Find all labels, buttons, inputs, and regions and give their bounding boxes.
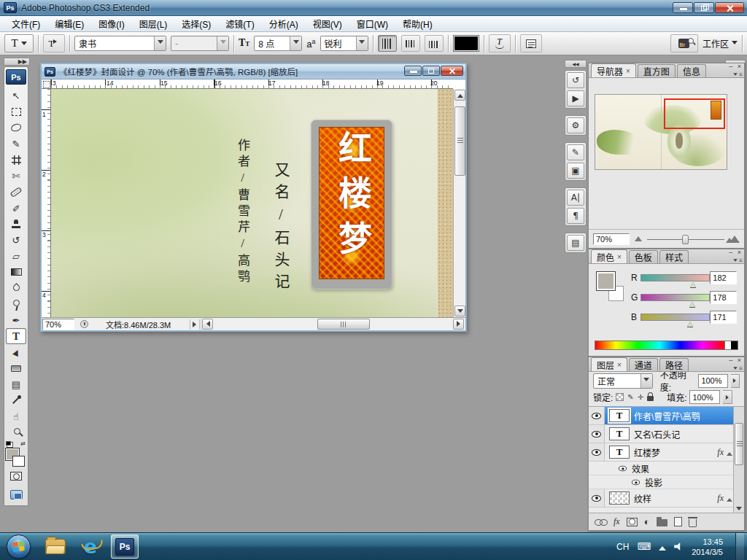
zoom-slider-thumb[interactable] xyxy=(682,235,689,244)
keyboard-icon[interactable]: ⌨ xyxy=(637,541,651,552)
tab-channels[interactable]: 通道 xyxy=(629,358,658,371)
layer-row-pattern[interactable]: 纹样 fx xyxy=(589,489,744,508)
scroll-up-button[interactable] xyxy=(454,90,465,101)
document-titlebar[interactable]: Ps 《红楼梦》封面设计 @ 70% (作者\曹雪芹\高鹗, RGB/8) [缩… xyxy=(42,64,465,79)
navigator-zoom-field[interactable]: 70% xyxy=(593,233,630,245)
doc-minimize-button[interactable] xyxy=(404,66,422,76)
panel-minimize-close[interactable]: – × xyxy=(729,63,743,70)
visibility-toggle[interactable] xyxy=(589,407,605,424)
fill-field[interactable]: 100% xyxy=(689,390,720,404)
anti-alias-select[interactable]: 锐利 xyxy=(320,36,368,51)
canvas-alias-text[interactable]: 又名/石头记 xyxy=(270,162,292,295)
opacity-spinner[interactable] xyxy=(731,374,740,388)
scroll-down-button[interactable] xyxy=(454,306,465,316)
eyedropper-tool[interactable] xyxy=(6,392,26,408)
green-slider[interactable] xyxy=(640,294,710,301)
explorer-taskbar-button[interactable] xyxy=(41,534,70,559)
tab-styles[interactable]: 样式 xyxy=(659,250,689,263)
new-group-icon[interactable] xyxy=(657,519,667,526)
navigator-preview[interactable] xyxy=(595,94,727,170)
volume-icon[interactable] xyxy=(674,542,684,551)
quick-mask-button[interactable] xyxy=(6,468,26,484)
collapse-effects-icon[interactable] xyxy=(727,449,732,456)
menu-edit[interactable]: 编辑(E) xyxy=(47,16,91,31)
restore-button[interactable] xyxy=(694,2,714,13)
show-desktop-button[interactable] xyxy=(735,533,744,560)
green-slider-thumb[interactable] xyxy=(689,299,695,307)
layer-name[interactable]: 纹样 xyxy=(634,492,651,505)
healing-brush-tool[interactable] xyxy=(6,184,26,200)
fx-badge[interactable]: fx xyxy=(717,447,724,458)
vertical-scrollbar[interactable] xyxy=(453,89,465,317)
red-slider[interactable] xyxy=(640,274,710,281)
vertical-scroll-thumb[interactable] xyxy=(454,106,465,176)
add-mask-icon[interactable] xyxy=(627,518,638,526)
lock-paint-icon[interactable]: ✎ xyxy=(627,393,633,401)
foreground-color-well[interactable] xyxy=(596,271,616,291)
tool-presets-panel-button[interactable]: ⚙ xyxy=(567,117,584,133)
layer-row-author[interactable]: T 作者\曹雪芹\高鹗 xyxy=(589,407,744,425)
link-layers-icon[interactable] xyxy=(595,519,607,525)
status-flyout-button[interactable] xyxy=(190,319,200,330)
zoom-in-icon[interactable] xyxy=(729,236,740,243)
font-style-select[interactable]: - xyxy=(171,36,229,51)
eraser-tool[interactable]: ▱ xyxy=(6,248,26,264)
tab-color[interactable]: 颜色× xyxy=(591,249,627,263)
layers-scrollbar[interactable] xyxy=(733,407,744,513)
rectangular-marquee-tool[interactable] xyxy=(6,104,26,120)
input-language-indicator[interactable]: CH xyxy=(616,542,629,552)
path-selection-tool[interactable]: ▶ xyxy=(6,344,26,360)
default-colors-icon[interactable] xyxy=(6,441,11,446)
horizontal-scroll-thumb[interactable] xyxy=(317,319,370,330)
layers-scroll-thumb[interactable] xyxy=(735,423,743,465)
fill-spinner[interactable] xyxy=(723,390,732,404)
tab-info[interactable]: 信息 xyxy=(677,64,706,77)
font-family-select[interactable]: 隶书 xyxy=(74,36,166,51)
toggle-palettes-button[interactable] xyxy=(520,34,542,52)
lock-position-icon[interactable]: ✛ xyxy=(638,393,643,401)
red-slider-thumb[interactable] xyxy=(690,279,696,287)
font-size-select[interactable]: 8 点 xyxy=(254,36,302,51)
ruler-origin[interactable] xyxy=(42,79,51,89)
start-button[interactable] xyxy=(7,534,31,559)
pattern-layer-thumbnail[interactable] xyxy=(609,491,630,505)
fx-badge[interactable]: fx xyxy=(717,493,724,504)
zoom-tool[interactable] xyxy=(6,424,26,440)
notes-tool[interactable]: ▤ xyxy=(6,376,26,392)
pen-tool[interactable]: ✒ xyxy=(6,312,26,328)
panel-menu-icon[interactable]: ≡ xyxy=(732,256,743,265)
eye-icon[interactable] xyxy=(632,479,640,485)
visibility-toggle[interactable] xyxy=(589,425,605,443)
visibility-toggle[interactable] xyxy=(589,489,605,507)
eye-icon[interactable] xyxy=(619,465,627,471)
tab-histogram[interactable]: 直方图 xyxy=(638,64,676,77)
layer-name[interactable]: 作者\曹雪芹\高鹗 xyxy=(634,410,700,422)
tab-close-icon[interactable]: × xyxy=(626,67,630,75)
black-swatch[interactable] xyxy=(731,341,738,349)
menu-layer[interactable]: 图层(L) xyxy=(132,16,175,31)
menu-image[interactable]: 图像(I) xyxy=(91,16,131,31)
tab-layers[interactable]: 图层× xyxy=(591,357,627,371)
warp-text-button[interactable]: T xyxy=(489,34,511,52)
blur-tool[interactable] xyxy=(6,280,26,296)
lasso-tool[interactable] xyxy=(6,120,26,136)
zoom-percent-field[interactable]: 70% xyxy=(42,319,74,330)
menu-analysis[interactable]: 分析(A) xyxy=(262,16,306,31)
scroll-left-button[interactable] xyxy=(202,319,213,330)
canvas-author-text[interactable]: 作者/曹雪芹/高鹗 xyxy=(233,139,252,286)
panel-menu-icon[interactable]: ≡ xyxy=(732,364,743,373)
menu-view[interactable]: 视图(V) xyxy=(306,16,349,31)
photoshop-taskbar-button[interactable]: Ps xyxy=(111,534,139,559)
panel-minimize-close[interactable]: – × xyxy=(729,357,743,364)
horizontal-ruler[interactable]: 3 14 15 16 17 18 19 20 xyxy=(51,79,453,89)
layer-row-title[interactable]: T 红楼梦 fx xyxy=(589,443,744,462)
collapse-effects-icon[interactable] xyxy=(727,495,732,502)
quick-selection-tool[interactable]: ✎ xyxy=(6,136,26,152)
type-tool[interactable]: T xyxy=(6,328,26,344)
menu-select[interactable]: 选择(S) xyxy=(174,16,218,31)
text-orientation-button[interactable]: T xyxy=(43,34,65,52)
screen-mode-button[interactable] xyxy=(6,486,26,502)
blend-mode-select[interactable]: 正常 xyxy=(593,373,653,389)
zoom-out-icon[interactable] xyxy=(635,236,642,241)
clock[interactable]: 13:45 2014/3/5 xyxy=(692,537,727,557)
